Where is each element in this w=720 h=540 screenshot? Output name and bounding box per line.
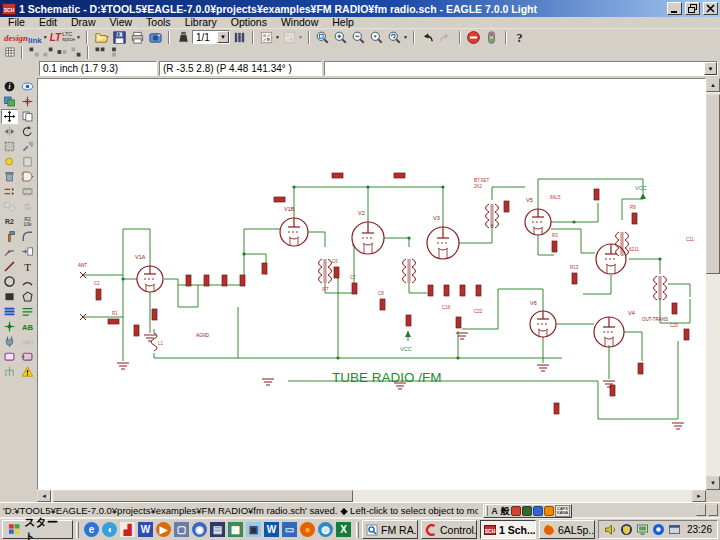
bend-style-button-3[interactable] [55,46,69,58]
menu-help[interactable]: Help [325,17,361,28]
split-tool[interactable] [1,244,18,259]
zoom-fit-button[interactable] [314,29,332,45]
task-firefox[interactable]: 6AL5p... [539,520,595,539]
player-icon[interactable]: ◉ [192,522,207,537]
ime-language-bar[interactable]: A 般 CAPS KANA [483,504,572,518]
paste-tool[interactable] [19,154,36,169]
horizontal-scrollbar[interactable]: ◄ ► [37,490,706,502]
print-button[interactable] [128,29,146,45]
traffic-light-button[interactable] [483,29,501,45]
command-dropdown-arrow[interactable]: ▼ [704,62,717,75]
run-script-button[interactable] [174,29,192,45]
polygon-tool[interactable] [19,289,36,304]
zoom-in-button[interactable] [332,29,350,45]
board-view-button[interactable]: ▼ [281,29,304,45]
sheet-dropdown-arrow[interactable]: ▼ [217,31,229,43]
horizontal-scroll-thumb[interactable] [53,490,353,502]
mirror-tool[interactable] [1,124,18,139]
change-tool[interactable] [19,139,36,154]
chart-app-icon[interactable]: ▟ [120,522,135,537]
task-schematic[interactable]: SCH1 Sch... [480,520,536,539]
undo-button[interactable] [419,29,437,45]
my-computer-icon[interactable]: ▣ [246,522,261,537]
circle-tool[interactable] [1,274,18,289]
port-tool[interactable] [19,349,36,364]
add-part-tool[interactable] [19,169,36,184]
schematic-view-button[interactable]: ▼ [258,29,281,45]
menu-view[interactable]: View [103,17,140,28]
zoom-out-button[interactable] [350,29,368,45]
close-button[interactable] [703,2,718,15]
dropdown-arrow-icon[interactable]: ▼ [76,34,81,40]
vertical-scroll-thumb[interactable] [706,94,720,274]
title-bar[interactable]: SCH 1 Schematic - D:¥TOOL5¥EAGLE-7.0.0¥p… [0,0,720,17]
excel-icon[interactable]: X [336,522,351,537]
zoom-redraw-button[interactable]: ▼ [386,29,409,45]
firefox-icon[interactable]: ● [300,522,315,537]
menu-draw[interactable]: Draw [64,17,103,28]
grid-button[interactable] [3,46,17,58]
miter-tool[interactable] [19,229,36,244]
ime-dictionary-icon[interactable] [522,506,532,516]
task-fm-radio-folder[interactable]: FM RA.. [362,520,418,539]
open-button[interactable] [92,29,110,45]
dropdown-arrow-icon[interactable]: ▼ [43,34,48,40]
network-status-icon[interactable] [636,523,649,536]
replace-tool[interactable] [19,184,36,199]
dropdown-arrow-icon[interactable]: ▼ [275,34,280,40]
cam-processor-button[interactable] [146,29,164,45]
command-input[interactable] [325,62,704,75]
bend-style-button-4[interactable] [69,46,83,58]
wire-tool[interactable] [1,259,18,274]
scroll-down-button[interactable]: ▼ [706,476,720,490]
bend-style-button-2[interactable] [41,46,55,58]
errors-tool[interactable] [19,364,36,379]
show-tool[interactable] [19,79,36,94]
volume-icon[interactable] [604,523,617,536]
taskbar-grip-2[interactable] [356,522,359,538]
media-player-icon[interactable]: ▶ [156,522,171,537]
updater-icon[interactable] [668,523,681,536]
task-control-panel[interactable]: Control... [421,520,477,539]
bend-style-button-1[interactable] [27,46,41,58]
scroll-up-button[interactable]: ▲ [706,78,720,92]
menu-library[interactable]: Library [178,17,224,28]
swap-level-tool[interactable] [19,199,36,214]
bend-style-button-5[interactable] [93,46,107,58]
value-tool[interactable]: R210k [19,214,36,229]
ie-icon[interactable]: e [84,522,99,537]
messenger-icon[interactable]: ◖ [102,522,117,537]
globe-icon[interactable]: ◍ [318,522,333,537]
scroll-right-button[interactable]: ► [692,490,706,502]
save-button[interactable] [110,29,128,45]
attribute-tool[interactable]: (ab) [19,334,36,349]
start-button[interactable]: スタート [2,520,73,539]
ime-help-icon[interactable] [544,506,554,516]
cut-tool[interactable] [1,154,18,169]
ime-input-mode[interactable]: A [490,506,499,516]
ime-tools-icon[interactable] [511,506,521,516]
restore-button[interactable] [685,2,700,15]
rect-tool[interactable] [1,289,18,304]
text-tool[interactable]: T [19,259,36,274]
name-tool[interactable]: R2 [1,214,18,229]
menu-edit[interactable]: Edit [32,17,64,28]
module-tool[interactable] [1,349,18,364]
shield-icon[interactable] [620,523,633,536]
mark-tool[interactable] [19,94,36,109]
redo-button[interactable] [437,29,455,45]
scroll-left-button[interactable]: ◄ [37,490,51,502]
dropdown-arrow-icon[interactable]: ▼ [403,34,408,40]
stop-button[interactable] [465,29,483,45]
write-icon[interactable]: W [264,522,279,537]
menu-file[interactable]: File [1,17,32,28]
smash-tool[interactable] [1,229,18,244]
zoom-select-button[interactable] [368,29,386,45]
display-tool[interactable] [1,94,18,109]
designlink-button[interactable]: designlink▼ [3,29,49,45]
ime-conversion-mode[interactable]: 般 [500,505,510,518]
group-tool[interactable] [1,139,18,154]
ime-grip[interactable] [485,506,488,516]
pinswap-tool[interactable] [1,184,18,199]
invoke-tool[interactable] [19,244,36,259]
